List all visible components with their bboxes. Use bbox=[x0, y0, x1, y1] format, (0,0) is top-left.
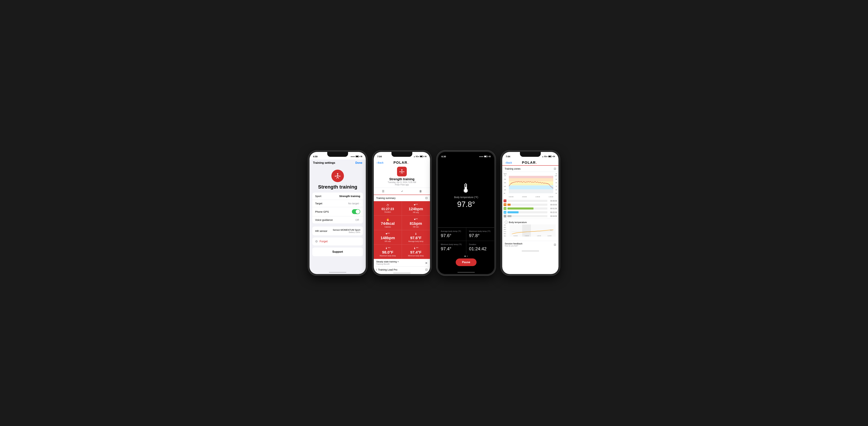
svg-rect-20 bbox=[509, 176, 553, 178]
phones-container: 4:59 ●●●● 96 Training settings Done bbox=[308, 151, 560, 275]
zone-row-3: 3 00:51:50 bbox=[504, 206, 557, 210]
avg-temp-icon: 🌡 bbox=[414, 232, 417, 235]
stat-avg-temp: Average body temp (°F) 97.6° bbox=[438, 228, 466, 241]
svg-rect-21 bbox=[509, 178, 553, 181]
row-target[interactable]: Target No target › bbox=[312, 200, 363, 207]
y-right-label-4: % bbox=[556, 173, 557, 175]
zone-bar-5 bbox=[507, 200, 547, 202]
row-voice[interactable]: Voice guidance Off › bbox=[312, 216, 363, 223]
session-feedback-row-4[interactable]: Session feedback How do you feel? ⊡ bbox=[502, 241, 558, 248]
zones-expand-4[interactable]: ⊡ bbox=[554, 167, 556, 170]
dot-2 bbox=[467, 256, 468, 257]
max-temp-label: Maximum body temp bbox=[380, 255, 396, 257]
y-label-spacer bbox=[509, 173, 555, 175]
pause-button-3[interactable]: Pause bbox=[456, 258, 476, 266]
tl-expand-icon[interactable]: ⊡ bbox=[425, 268, 428, 271]
battery-pct-3: 82 bbox=[489, 156, 491, 158]
gps-toggle[interactable] bbox=[352, 209, 360, 214]
svg-rect-23 bbox=[509, 186, 553, 189]
polar-nav-4: ‹ Back POLAR. bbox=[502, 160, 558, 165]
stat-duration: Duration 01:24:42 bbox=[466, 241, 494, 254]
battery-pct-2: 84 bbox=[425, 156, 427, 158]
metric-avg-temp: 🌡 97.6°F Average body temp bbox=[402, 230, 430, 244]
notch-1 bbox=[327, 152, 348, 157]
notch-3 bbox=[456, 152, 476, 157]
sport-label: Sport bbox=[315, 195, 321, 198]
notch-2 bbox=[392, 152, 412, 157]
status-time-2: 7:04 bbox=[377, 155, 382, 158]
avg-temp-value-3: 97.6° bbox=[441, 233, 463, 238]
activity-date-2: Tuesday, Apr 9, 2024, 5:05 AM bbox=[388, 181, 416, 184]
status-time-1: 4:59 bbox=[313, 155, 317, 158]
metric-duration: ⏱ 01:27:23 Duration bbox=[374, 201, 402, 216]
training-benefit-label: Training Benefit bbox=[376, 263, 399, 265]
training-load-row-2[interactable]: ℹ Training Load Pro ⊡ bbox=[374, 267, 430, 273]
zone-badge-1: 1 bbox=[504, 215, 506, 218]
hr-label: HR sensor bbox=[315, 229, 328, 232]
zone-time-4: 00:03:55 bbox=[549, 204, 557, 206]
tab-delete-2[interactable]: 🗑 bbox=[411, 188, 430, 195]
benefit-arrow-2: ▶ bbox=[426, 261, 428, 264]
svg-rect-24 bbox=[509, 189, 553, 193]
chart-x-labels-4: 0:20:00 0:40:00 1:00:00 1:20:00 bbox=[509, 196, 553, 198]
calories-label: Calories bbox=[384, 226, 391, 228]
max-temp-icon: 🌡MAX bbox=[385, 247, 391, 250]
battery-pct-4: 84 bbox=[553, 156, 555, 158]
svg-text:1:00:00: 1:00:00 bbox=[537, 235, 541, 236]
zone-fill-2 bbox=[507, 211, 519, 214]
tab-share-2[interactable]: ⤶ bbox=[393, 188, 411, 195]
back-btn-2[interactable]: ‹ Back bbox=[376, 161, 383, 164]
nav-title-1: Training settings bbox=[313, 161, 335, 164]
home-bar-1 bbox=[310, 269, 366, 274]
phone-4: 7:04 ▲ 5G● 84 ‹ Back POLAR. bbox=[501, 151, 560, 275]
tab-list-2[interactable]: ☰ bbox=[374, 188, 393, 195]
chart-container-4: bpm % 88 105 122 140 158 175 bbox=[502, 172, 558, 198]
hr-battery: Battery 100% bbox=[333, 231, 360, 233]
support-section[interactable]: Support bbox=[312, 248, 363, 256]
thermometer-section: 🌡 Body temperature (°F) 97.8° bbox=[454, 160, 478, 227]
svg-text:1:20:00: 1:20:00 bbox=[547, 235, 551, 236]
phone-3: 6:30 ●●●● 82 🌡 Body temper bbox=[437, 151, 496, 275]
back-btn-4[interactable]: ‹ Back bbox=[505, 161, 512, 164]
nav-done-1[interactable]: Done bbox=[355, 161, 362, 164]
tl-info-icon: ℹ bbox=[376, 268, 377, 271]
activity-header-2: Strength training Tuesday, Apr 9, 2024, … bbox=[374, 165, 430, 188]
svg-rect-17 bbox=[403, 171, 404, 172]
benefit-row-2[interactable]: Steady state training + Training Benefit… bbox=[374, 259, 430, 267]
svg-line-5 bbox=[338, 177, 339, 178]
session-expand-4[interactable]: ⊡ bbox=[554, 243, 556, 246]
metric-hr-max: ♥MAX 148bpm HR max bbox=[374, 230, 402, 244]
polar-logo-2: POLAR. bbox=[393, 161, 409, 165]
min-temp-label: Minimum body temp bbox=[408, 255, 424, 257]
zone-bar-4 bbox=[507, 204, 547, 206]
zone-row-2: 2 00:22:32 bbox=[504, 210, 557, 214]
zone-time-2: 00:22:32 bbox=[549, 211, 557, 214]
signal-4: ▲ 5G● bbox=[542, 156, 548, 158]
temp-chart-4: 95.0 96.0 97.0 98.0 99.0 100. bbox=[504, 224, 557, 240]
steady-state-label: Steady state training + bbox=[376, 260, 399, 263]
session-feedback-text-4: Session feedback How do you feel? bbox=[505, 242, 523, 247]
screen-content-3: 🌡 Body temperature (°F) 97.8° Average bo… bbox=[438, 160, 494, 274]
zone-bar-2 bbox=[507, 211, 547, 214]
min-temp-value-3: 97.4° bbox=[441, 246, 463, 252]
home-bar-4 bbox=[502, 248, 558, 252]
zone-badge-3: 3 bbox=[504, 207, 506, 210]
svg-rect-6 bbox=[335, 176, 337, 176]
stat-min-temp: Minimum body temp (°F) 97.4° bbox=[438, 241, 466, 254]
avg-temp-label-3: Average body temp (°F) bbox=[441, 230, 463, 232]
body-temp-title-4: Body temperature bbox=[509, 221, 527, 224]
screen-4: 7:04 ▲ 5G● 84 ‹ Back POLAR. bbox=[502, 152, 558, 274]
zone-time-1: 00:04:55 bbox=[549, 215, 557, 217]
forget-button[interactable]: Forget bbox=[319, 240, 328, 243]
expand-icon-2[interactable]: ⊡ bbox=[425, 196, 428, 200]
thermo-icon-3: 🌡 bbox=[460, 182, 472, 194]
home-bar-3 bbox=[458, 269, 475, 274]
action-tabs-2: ☰ ⤶ 🗑 bbox=[374, 188, 430, 195]
zones-title-4: Training zones bbox=[505, 167, 521, 170]
calories-value: 744kcal bbox=[381, 221, 395, 226]
temp-y-axis-4: 95.0 96.0 97.0 98.0 99.0 100. bbox=[504, 224, 509, 237]
nav-bar-1: Training settings Done bbox=[310, 160, 366, 166]
zone-row-4: 4 00:03:55 bbox=[504, 203, 557, 206]
activity-name-2: Strength training bbox=[390, 177, 414, 181]
row-gps: Phone GPS bbox=[312, 207, 363, 216]
